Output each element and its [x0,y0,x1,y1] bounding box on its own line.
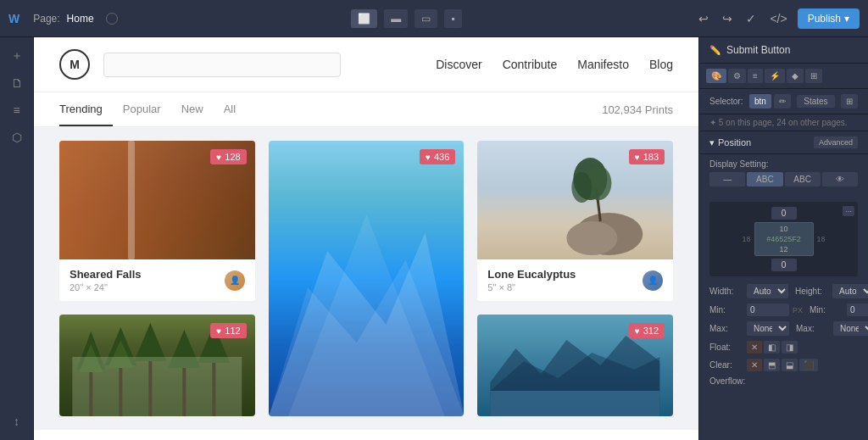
svg-point-4 [567,221,618,255]
pos-bottom-input[interactable] [771,259,797,271]
grid-item-4[interactable]: ♥112 [59,315,255,416]
nav-discover[interactable]: Discover [436,58,481,71]
item-title-1: Sheared Falls [70,268,142,281]
advanced-btn[interactable]: Advanced [814,136,858,148]
device-tablet-landscape-btn[interactable]: ▬ [384,9,408,28]
device-mobile-btn[interactable]: ▪ [444,9,461,28]
grid-item-2[interactable]: ♥436 [269,141,465,416]
svg-point-8 [572,172,593,203]
nav-manifesto[interactable]: Manifesto [577,58,629,71]
float-left-btn[interactable]: ◧ [764,341,780,354]
display-btns: — ABC ABC 👁 [709,172,858,187]
components-icon[interactable]: ⬡ [5,125,29,149]
check-btn[interactable]: ✓ [743,8,760,29]
float-label: Float: [709,343,743,352]
left-sidebar: ＋ 🗋 ≡ ⬡ ↕ [0,37,34,440]
display-setting-label: Display Setting: [709,159,858,169]
min-label-2: Min: [810,305,843,315]
width-row: Width: Auto Height: Auto [699,281,868,301]
states-btn[interactable]: States [797,95,834,108]
min-width-input[interactable] [747,304,789,316]
panel-tool-export[interactable]: ⊞ [805,69,822,83]
clear-none-btn[interactable]: ✕ [747,359,762,371]
like-badge-5: ♥312 [629,323,665,338]
page-name: Home [67,13,94,25]
overflow-label: Overflow: [709,376,743,386]
display-none-btn[interactable]: 👁 [822,172,858,187]
panel-toolbar: 🎨 ⚙ ≡ ⚡ ◆ ⊞ [699,64,868,89]
clear-right-btn[interactable]: ⬓ [782,359,798,371]
height-select[interactable]: Auto [832,284,868,298]
item-sub-1: 20" × 24" [70,282,142,292]
tab-new[interactable]: New [171,92,214,126]
item-info-3: Lone Eucalyptus 5" × 8" 👤 [477,259,673,301]
selector-tag-btn[interactable]: btn [749,94,771,109]
selector-grid-btn[interactable]: ⊞ [841,94,858,109]
redo-btn[interactable]: ↪ [719,8,736,29]
site-header: M Discover Contribute Manifesto Blog [34,37,698,92]
clear-left-btn[interactable]: ⬒ [764,359,780,371]
pages-icon[interactable]: 🗋 [5,71,29,95]
selector-edit-btn[interactable]: ✏ [774,94,791,109]
width-label: Width: [709,287,743,296]
display-inline-block-btn[interactable]: ABC [747,172,782,187]
device-tablet-btn[interactable]: ▭ [415,9,437,28]
move-tool-icon[interactable]: ↕ [5,409,29,433]
item-title-3: Lone Eucalyptus [487,268,576,281]
grid-item-3[interactable]: ♥183 Lone Eucalyptus 5" × 8" 👤 [477,141,673,301]
publish-btn[interactable]: Publish ▾ [798,8,860,29]
max-row: Max: None Max: None [699,319,868,338]
top-bar-right: ↩ ↪ ✓ </> Publish ▾ [695,8,860,29]
undo-btn[interactable]: ↩ [695,8,712,29]
panel-tool-gear[interactable]: ⚙ [728,69,746,83]
panel-tool-interaction[interactable]: ⚡ [765,69,785,83]
selector-label: Selector: [709,97,743,106]
page-settings-icon[interactable] [106,13,118,25]
min-height-input[interactable] [847,304,868,316]
search-input[interactable] [103,53,341,77]
max-label-1: Max: [709,324,743,333]
position-section-header[interactable]: ▾ Position Advanced [699,131,868,154]
website-preview: M Discover Contribute Manifesto Blog Tre… [34,37,698,440]
page-label: Page: [33,13,59,25]
device-laptop-btn[interactable]: ⬜ [351,9,377,28]
tab-all[interactable]: All [214,92,246,126]
like-badge-3: ♥183 [629,149,665,164]
width-select[interactable]: Auto [747,284,788,298]
grid-item-5[interactable]: ♥312 [477,315,673,416]
pos-inner-top: 10 [779,225,787,233]
panel-tool-list[interactable]: ≡ [748,69,763,83]
tab-popular[interactable]: Popular [113,92,171,126]
top-bar-center: ⬜ ▬ ▭ ▪ [118,9,696,28]
webflow-logo: W [8,12,19,25]
position-box: 18 10 #46525F2 12 18 ··· [709,202,858,276]
item-sub-3: 5" × 8" [487,282,576,292]
display-inline-btn[interactable]: ABC [785,172,821,187]
panel-tool-custom[interactable]: ◆ [787,69,804,83]
clear-both-btn[interactable]: ⬛ [799,359,818,371]
grid-item-1[interactable]: ♥128 Sheared Falls 20" × 24" 👤 [59,141,255,301]
code-btn[interactable]: </> [766,8,790,29]
pos-left-label: 18 [742,235,750,243]
max-height-select[interactable]: None [833,321,868,336]
tab-trending[interactable]: Trending [59,92,113,126]
panel-header: ✏️ Submit Button [699,37,868,64]
float-right-btn[interactable]: ◨ [782,341,798,354]
max-label-2: Max: [796,324,830,333]
panel-tool-paint[interactable]: 🎨 [706,69,726,83]
pos-right-label: 18 [817,235,826,243]
nav-blog[interactable]: Blog [649,58,673,71]
min-label-1: Min: [709,305,743,315]
layers-icon[interactable]: ≡ [5,98,29,122]
pos-more-btn[interactable]: ··· [843,206,854,216]
display-block-btn[interactable]: — [709,172,745,187]
panel-header-icon: ✏️ [709,45,721,56]
pos-top-input[interactable] [771,207,797,220]
max-width-select[interactable]: None [747,321,789,336]
float-none-btn[interactable]: ✕ [747,341,762,354]
add-element-icon[interactable]: ＋ [5,44,29,68]
top-bar-left: W Page: Home [8,12,118,25]
like-badge-1: ♥128 [210,149,246,164]
position-section-title: ▾ Position [709,137,751,148]
nav-contribute[interactable]: Contribute [503,58,558,71]
